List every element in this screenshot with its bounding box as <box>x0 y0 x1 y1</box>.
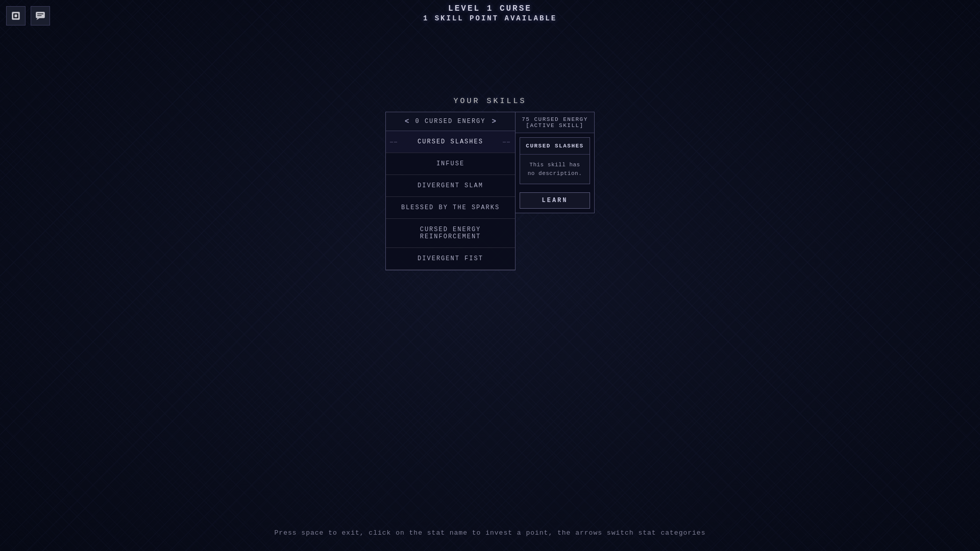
skill-item-cursed-slashes[interactable]: CURSED SLASHES <box>386 131 515 153</box>
header: LEVEL 1 CURSE 1 SKILL POINT AVAILABLE <box>0 4 980 22</box>
main-container: YOUR SKILLS < 0 CURSED ENERGY > CURSED S… <box>385 97 595 270</box>
learn-button[interactable]: LEARN <box>520 192 590 209</box>
detail-card-description: This skill has no description. <box>520 155 590 184</box>
skill-item-cursed-energy-reinforcement[interactable]: CURSED ENERGY REINFORCEMENT <box>386 219 515 248</box>
level-title: LEVEL 1 CURSE <box>0 4 980 13</box>
skill-item-blessed-by-the-sparks[interactable]: BLESSED BY THE SPARKS <box>386 197 515 219</box>
energy-nav: < 0 CURSED ENERGY > <box>386 112 515 131</box>
skill-item-infuse[interactable]: INFUSE <box>386 153 515 175</box>
skill-points-label: 1 SKILL POINT AVAILABLE <box>0 14 980 22</box>
bottom-hint: Press space to exit, click on the stat n… <box>0 529 980 537</box>
detail-card-title: CURSED SLASHES <box>520 138 590 155</box>
skill-item-divergent-slam[interactable]: DIVERGENT SLAM <box>386 175 515 197</box>
energy-label: 0 CURSED ENERGY <box>415 118 485 125</box>
energy-nav-left[interactable]: < <box>405 117 409 126</box>
detail-energy-info: 75 CURSED ENERGY [ACTIVE SKILL] <box>516 112 594 133</box>
skills-panel: < 0 CURSED ENERGY > CURSED SLASHES INFUS… <box>385 112 516 270</box>
skills-layout: < 0 CURSED ENERGY > CURSED SLASHES INFUS… <box>385 112 595 270</box>
your-skills-label: YOUR SKILLS <box>453 97 526 106</box>
detail-energy-cost: 75 CURSED ENERGY <box>521 116 589 122</box>
energy-nav-right[interactable]: > <box>492 117 496 126</box>
detail-card: CURSED SLASHES This skill has no descrip… <box>520 137 590 184</box>
skill-item-divergent-fist[interactable]: DIVERGENT FIST <box>386 248 515 270</box>
detail-panel: 75 CURSED ENERGY [ACTIVE SKILL] CURSED S… <box>516 112 595 213</box>
detail-skill-type: [ACTIVE SKILL] <box>521 122 589 129</box>
